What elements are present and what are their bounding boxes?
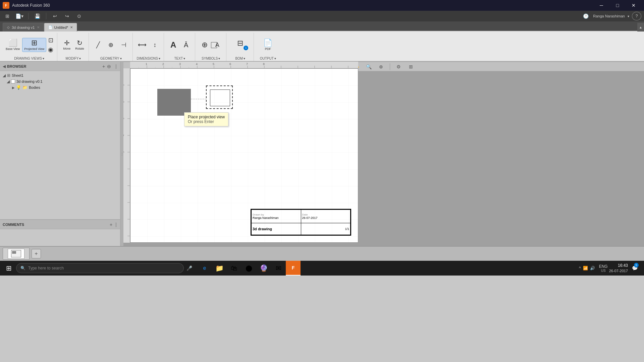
geometry-label: GEOMETRY ▾ bbox=[100, 57, 122, 60]
extend-button[interactable]: ⊣ bbox=[118, 41, 130, 49]
browser-settings-button[interactable]: ⊖ bbox=[107, 64, 111, 69]
undo-button[interactable]: ↩ bbox=[50, 12, 60, 20]
ribbon-group-modify: ✛ Move ↻ Rotate MODIFY ▾ bbox=[58, 33, 89, 61]
taskbar-blender[interactable]: 🔮 bbox=[256, 261, 271, 276]
history-button[interactable]: 🕐 bbox=[581, 12, 590, 20]
sym2-button[interactable]: ⃞A bbox=[211, 41, 223, 49]
output-button[interactable]: 📄 PDF bbox=[260, 38, 276, 52]
title-block: Drawn by Ranga Narashiman Date 26-07-201… bbox=[251, 209, 351, 236]
restore-button[interactable]: □ bbox=[610, 0, 625, 11]
taskbar-store[interactable]: 🛍 bbox=[227, 261, 241, 276]
sidebar: ◀ BROWSER + ⊖ │ ◢ ⊞ Sheet1 ◢ 3d drawing … bbox=[0, 62, 121, 246]
sheet-tabs-area: + bbox=[0, 246, 644, 261]
projected-view-button[interactable]: ⊞ Projected View bbox=[22, 38, 46, 52]
base-view-button[interactable]: ⬜ Base View bbox=[4, 38, 21, 52]
browser-content: ◢ ⊞ Sheet1 ◢ 3d drawing v0:1 ▶ 💡 📁 Bodie… bbox=[0, 71, 120, 219]
connect-line bbox=[191, 99, 206, 99]
taskbar-mail[interactable]: ✉ bbox=[271, 261, 286, 276]
section-view-button[interactable]: ⊡ bbox=[47, 36, 54, 45]
tab-3d-drawing[interactable]: ◇ 3d drawing v1 ✕ bbox=[3, 23, 44, 32]
tree-item-3d-drawing[interactable]: ◢ 3d drawing v0:1 bbox=[1, 78, 119, 84]
comments-title: COMMENTS bbox=[3, 223, 108, 227]
sheet-preview-box bbox=[12, 251, 16, 254]
taskbar-edge[interactable]: e bbox=[197, 261, 212, 276]
text-icon: A bbox=[170, 41, 176, 49]
tray-chevron[interactable]: ^ bbox=[579, 266, 581, 270]
browser-header: ◀ BROWSER + ⊖ │ bbox=[0, 62, 120, 71]
tree-item-sheet1[interactable]: ◢ ⊞ Sheet1 bbox=[1, 72, 119, 78]
add-sheet-button[interactable]: + bbox=[32, 249, 41, 258]
minimize-button[interactable]: ─ bbox=[594, 0, 609, 11]
save-button[interactable]: 💾 bbox=[33, 12, 42, 20]
line-icon: ╱ bbox=[96, 42, 100, 48]
taskbar-fusion[interactable]: F bbox=[286, 261, 301, 276]
system-clock[interactable]: 16:43 26-07-2017 bbox=[609, 263, 628, 273]
comments-add-button[interactable]: + bbox=[110, 222, 112, 227]
redo-button[interactable]: ↪ bbox=[62, 12, 72, 20]
zoom-window-button[interactable]: ⊕ bbox=[376, 63, 386, 71]
svg-rect-26 bbox=[123, 68, 130, 243]
notification-button[interactable]: 💬 5 bbox=[629, 261, 640, 276]
link-button[interactable]: ⊙ bbox=[74, 12, 84, 20]
comments-collapse[interactable]: │ bbox=[115, 223, 117, 227]
help-button[interactable]: ? bbox=[632, 12, 641, 20]
text2-button[interactable]: Ā bbox=[180, 41, 192, 49]
base-view-icon: ⬜ bbox=[8, 39, 17, 47]
system-tray: ^ 📶 🔊 bbox=[576, 266, 598, 270]
app-switcher-button[interactable]: ⊞ bbox=[3, 12, 12, 20]
taskbar-explorer[interactable]: 📁 bbox=[212, 261, 227, 276]
sheet-tab-1[interactable] bbox=[3, 248, 30, 260]
app-title: Autodesk Fusion 360 bbox=[12, 3, 594, 8]
tree-item-bodies[interactable]: ▶ 💡 📁 Bodies bbox=[1, 84, 119, 90]
titlebar: F Autodesk Fusion 360 ─ □ ✕ bbox=[0, 0, 644, 11]
move-button[interactable]: ✛ Move bbox=[61, 39, 73, 51]
sound-icon[interactable]: 🔊 bbox=[590, 266, 595, 270]
tree-checkbox-3d-drawing[interactable] bbox=[11, 79, 15, 83]
taskbar-chrome[interactable]: ⬤ bbox=[241, 261, 256, 276]
line-button[interactable]: ╱ bbox=[92, 41, 104, 49]
detail-view-button[interactable]: ◉ bbox=[47, 45, 54, 54]
offset-button[interactable]: ⊕ bbox=[105, 41, 117, 49]
text-buttons: A Ā bbox=[167, 34, 192, 56]
ribbon-group-output: 📄 PDF OUTPUT ▾ bbox=[255, 33, 281, 61]
tab-3d-drawing-icon: ◇ bbox=[7, 25, 10, 29]
dim2-button[interactable]: ↕ bbox=[149, 41, 161, 49]
browser-collapse-button[interactable]: ◀ bbox=[3, 64, 6, 69]
start-button[interactable]: ⊞ bbox=[1, 261, 16, 276]
tab-untitled-close[interactable]: ✕ bbox=[70, 25, 73, 29]
close-button[interactable]: ✕ bbox=[626, 0, 641, 11]
svg-text:4: 4 bbox=[196, 62, 198, 66]
svg-text:5: 5 bbox=[123, 151, 125, 153]
sheet-preview-1 bbox=[11, 250, 21, 257]
network-icon[interactable]: 📶 bbox=[583, 266, 588, 270]
taskbar-search[interactable]: 🔍 Type here to search bbox=[16, 263, 184, 273]
sidebar-collapse-handle[interactable]: │ bbox=[115, 64, 117, 68]
tooltip-box: Place projected view Or press Enter bbox=[184, 112, 228, 126]
zoom-fit-button[interactable]: 🔍 bbox=[364, 63, 374, 71]
bom-button[interactable]: ⊟ 1 bbox=[232, 39, 249, 51]
display-settings-button[interactable]: ⚙ bbox=[394, 63, 404, 71]
main-toolbar: ⊞ 📄▾ 💾 ↩ ↪ ⊙ 🕐 Ranga Narashiman ▾ ? bbox=[0, 11, 644, 21]
grid-settings-button[interactable]: ⊞ bbox=[406, 63, 416, 71]
browser-add-button[interactable]: + bbox=[102, 64, 105, 69]
text-button[interactable]: A bbox=[167, 40, 179, 50]
rotate-button[interactable]: ↻ Rotate bbox=[73, 39, 86, 51]
bom-badge: 1 bbox=[244, 46, 248, 50]
ribbon: ⬜ Base View ⊞ Projected View ⊡ ◉ DRAWING… bbox=[0, 32, 644, 62]
dim1-button[interactable]: ⟷ bbox=[136, 41, 148, 49]
svg-text:8: 8 bbox=[263, 62, 265, 66]
ruler-top-svg: 1 2 3 4 5 6 7 8 bbox=[130, 62, 358, 68]
tab-untitled[interactable]: 📄 Untitled* ✕ bbox=[44, 23, 77, 32]
canvas-area[interactable]: 1 2 3 4 5 6 7 8 bbox=[123, 62, 644, 246]
language-indicator[interactable]: ENG US bbox=[599, 264, 608, 273]
file-menu-button[interactable]: 📄▾ bbox=[15, 12, 24, 20]
modify-label: MODIFY ▾ bbox=[66, 57, 81, 60]
mic-button[interactable]: 🎤 bbox=[184, 263, 195, 274]
sidebar-resize-handle[interactable]: ⋮ bbox=[121, 62, 123, 246]
tab-3d-drawing-close[interactable]: ✕ bbox=[37, 25, 40, 29]
collapse-ribbon-button[interactable]: ▲ bbox=[637, 23, 644, 32]
sym1-button[interactable]: ⊕ bbox=[199, 40, 211, 50]
comments-section: COMMENTS + │ bbox=[0, 219, 120, 246]
user-name[interactable]: Ranga Narashiman bbox=[593, 14, 625, 18]
symbols-label: SYMBOLS ▾ bbox=[202, 57, 220, 60]
